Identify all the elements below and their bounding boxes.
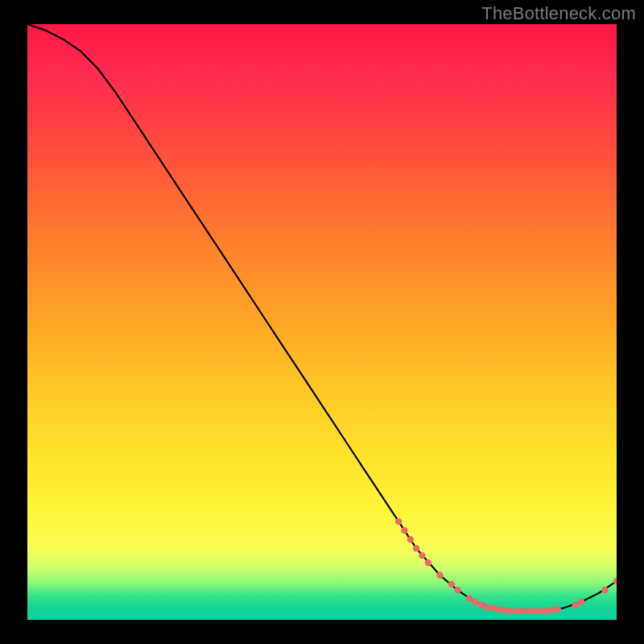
curve-marker (472, 599, 478, 605)
curve-marker (548, 607, 555, 613)
curve-marker (507, 608, 514, 614)
curve-marker (454, 587, 460, 593)
curve-marker (413, 545, 419, 551)
curve-marker (525, 608, 531, 614)
curve-marker (601, 587, 608, 593)
curve-marker (530, 608, 537, 614)
curve-marker (555, 606, 561, 613)
curve-markers (395, 518, 617, 614)
curve-marker (436, 572, 443, 578)
bottleneck-curve (27, 24, 617, 611)
curve-marker (537, 608, 543, 614)
curve-marker (477, 601, 484, 608)
curve-marker (489, 605, 496, 611)
plot-area (27, 24, 617, 620)
curve-marker (502, 607, 508, 613)
chart-frame: TheBottleneck.com (0, 0, 644, 644)
curve-overlay (27, 24, 617, 620)
curve-marker (484, 604, 490, 610)
curve-marker (466, 595, 473, 601)
curve-marker (425, 559, 431, 566)
watermark-text: TheBottleneck.com (481, 3, 636, 24)
curve-marker (419, 552, 425, 559)
curve-marker (519, 608, 526, 614)
curve-marker (572, 601, 579, 608)
curve-marker (448, 580, 455, 587)
curve-marker (513, 608, 519, 614)
curve-marker (543, 608, 549, 614)
curve-marker (401, 527, 407, 534)
curve-marker (578, 599, 584, 605)
curve-marker (407, 536, 414, 543)
curve-marker (395, 518, 402, 525)
curve-marker (495, 606, 502, 613)
